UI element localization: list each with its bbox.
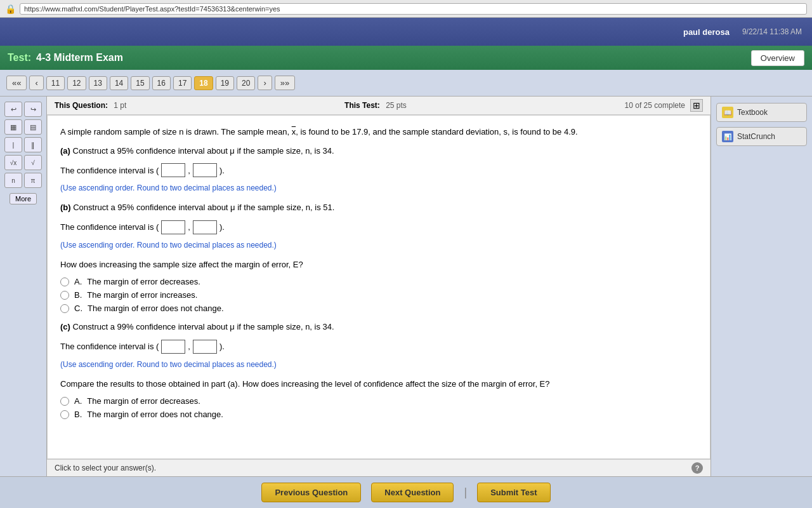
top-header: paul derosa 9/22/14 11:38 AM [0,18,812,46]
bottom-bar: Previous Question Next Question | Submit… [0,476,812,508]
toolbar-matrix2[interactable]: ▤ [24,119,42,135]
textbook-label: Textbook [737,108,768,117]
textbook-button[interactable]: 📖 Textbook [716,103,807,122]
next-question-button[interactable]: Next Question [371,483,454,502]
ci-a-upper[interactable] [193,163,217,177]
radio-item-b[interactable]: B. The margin of error increases. [60,290,697,300]
more-button[interactable]: More [10,193,37,204]
nav-12[interactable]: 12 [67,76,86,90]
option-d-label: A. [74,396,82,406]
toolbar-sqrt1[interactable]: √x [4,155,22,170]
option-a-label: A. [74,277,82,286]
expand-icon[interactable]: ⊞ [690,99,703,112]
separator: | [464,486,467,499]
browser-icon: 🔒 [5,4,16,14]
submit-test-button[interactable]: Submit Test [477,483,550,502]
part-a-heading: (a) Construct a 95% confidence interval … [60,145,697,157]
ci-row-a: The confidence interval is ( , ). [60,163,697,177]
nav-18[interactable]: 18 [194,76,213,90]
part-c-heading: (c) Construct a 99% confidence interval … [60,321,697,333]
ci-b-lower[interactable] [161,220,185,234]
compare-text: Compare the results to those obtained in… [60,378,697,391]
browser-url[interactable]: https://www.mathxl.com/Student/PlayerTes… [20,3,807,15]
ci-c-lower[interactable] [161,340,185,354]
statcrunch-icon: 📊 [722,131,733,142]
toolbar-n[interactable]: n [4,173,22,188]
radio-circle-d[interactable] [60,397,69,406]
nav-13[interactable]: 13 [89,76,107,90]
left-toolbar: ↩ ↪ ▦ ▤ | ‖ √x √ n π More [0,97,47,476]
ci-c-upper[interactable] [193,340,217,354]
test-label: Test: [8,52,31,64]
option-c-label: C. [74,304,82,313]
browser-bar: 🔒 https://www.mathxl.com/Student/PlayerT… [0,0,812,18]
hint-b: (Use ascending order. Round to two decim… [60,239,697,251]
option-e-label: B. [74,410,82,419]
hint-c: (Use ascending order. Round to two decim… [60,359,697,370]
ci-row-c: The confidence interval is ( , ). [60,340,697,354]
toolbar-undo[interactable]: ↩ [4,102,22,117]
nav-15[interactable]: 15 [131,76,149,90]
nav-next-next[interactable]: »» [275,76,295,90]
option-c-text: The margin of error does not change. [88,304,224,313]
test-header: Test: 4-3 Midterm Exam Overview [0,46,812,70]
nav-prev[interactable]: ‹ [29,76,43,90]
nav-19[interactable]: 19 [216,76,234,90]
toolbar-redo[interactable]: ↪ [24,102,42,117]
nav-14[interactable]: 14 [110,76,128,90]
nav-bar: «« ‹ 11 12 13 14 15 16 17 18 19 20 › »» [0,70,812,97]
user-info: paul derosa [683,27,730,37]
margin-question: How does increasing the sample size affe… [60,258,697,271]
radio-circle-a[interactable] [60,277,69,286]
radio-item-a[interactable]: A. The margin of error decreases. [60,277,697,286]
radio-item-d[interactable]: A. The margin of error decreases. [60,396,697,406]
progress: 10 of 25 complete [625,101,685,110]
right-sidebar: 📖 Textbook 📊 StatCrunch [710,97,812,476]
this-question-label: This Question: [55,101,108,110]
toolbar-bar1[interactable]: | [4,137,22,152]
radio-group-margin: A. The margin of error decreases. B. The… [60,277,697,313]
radio-group-compare: A. The margin of error decreases. B. The… [60,396,697,419]
ci-b-upper[interactable] [193,220,217,234]
content-wrapper: This Question: 1 pt This Test: 25 pts 10… [47,97,710,476]
this-test-label: This Test: [344,101,380,110]
ci-a-lower[interactable] [161,163,185,177]
option-d-text: The margin of error decreases. [87,396,200,406]
statcrunch-label: StatCrunch [737,132,775,141]
status-bar: Click to select your answer(s). ? [47,459,710,476]
option-b-label: B. [74,290,82,300]
this-question-pts: 1 pt [114,101,126,110]
radio-circle-b[interactable] [60,291,69,300]
question-info-bar: This Question: 1 pt This Test: 25 pts 10… [47,97,710,115]
radio-circle-c[interactable] [60,304,69,313]
option-a-text: The margin of error decreases. [87,277,200,286]
textbook-icon: 📖 [722,107,733,118]
help-icon[interactable]: ? [691,462,703,474]
user-date: 9/22/14 11:38 AM [742,27,802,36]
status-text: Click to select your answer(s). [55,464,156,472]
toolbar-bar2[interactable]: ‖ [24,137,42,152]
toolbar-matrix1[interactable]: ▦ [4,119,22,135]
nav-prev-prev[interactable]: «« [6,76,27,90]
radio-circle-e[interactable] [60,410,69,419]
nav-11[interactable]: 11 [46,76,65,90]
overview-button[interactable]: Overview [751,50,804,66]
nav-next[interactable]: › [258,76,272,90]
main-area: ↩ ↪ ▦ ▤ | ‖ √x √ n π More This Question:… [0,97,812,476]
toolbar-sqrt2[interactable]: √ [24,155,42,170]
part-b-heading: (b) Construct a 95% confidence interval … [60,201,697,214]
option-b-text: The margin of error increases. [87,290,197,300]
ci-row-b: The confidence interval is ( , ). [60,220,697,234]
nav-20[interactable]: 20 [237,76,255,90]
statcrunch-button[interactable]: 📊 StatCrunch [716,127,807,146]
test-title: 4-3 Midterm Exam [36,52,123,64]
this-test-pts: 25 pts [386,101,407,110]
nav-17[interactable]: 17 [173,76,192,90]
toolbar-pi[interactable]: π [24,173,42,188]
intro-text: A simple random sample of size n is draw… [60,126,697,138]
content-panel: A simple random sample of size n is draw… [47,115,710,459]
nav-16[interactable]: 16 [152,76,171,90]
radio-item-c[interactable]: C. The margin of error does not change. [60,304,697,313]
previous-question-button[interactable]: Previous Question [261,483,361,502]
radio-item-e[interactable]: B. The margin of error does not change. [60,410,697,419]
